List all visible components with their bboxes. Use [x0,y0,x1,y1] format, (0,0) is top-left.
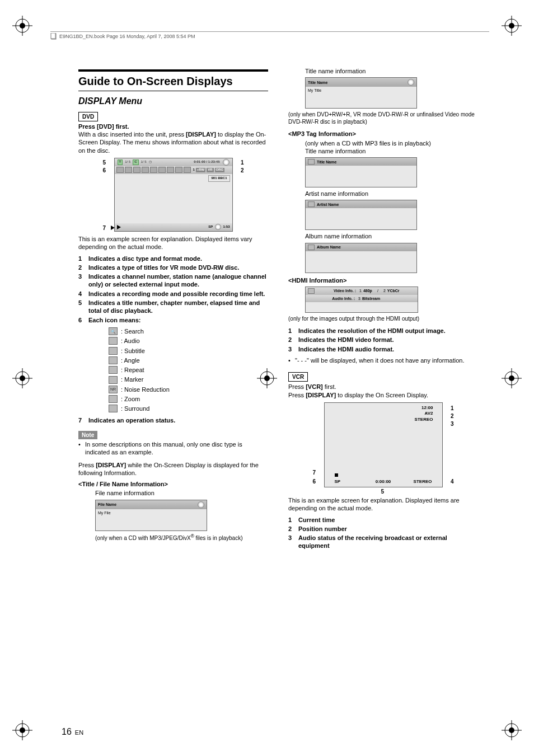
marker-icon [158,167,166,173]
file-name-note: (only when a CD with MP3/JPEG/DivX® file… [95,533,268,542]
audio-icon [125,167,132,173]
noise-reduction-icon [167,167,174,173]
registration-mark-icon [12,720,32,740]
note-tag: Note [78,431,97,439]
hdmi-note: (only for the images output through the … [288,315,478,322]
file-name-box: File Name My File [95,500,207,531]
mp3-note: (only when a CD with MP3 files is in pla… [305,139,478,147]
left-column: Guide to On-Screen Displays DISPLAY Menu… [78,67,268,722]
hdmi-bullet: •"- - -" will be displayed, when it does… [288,356,478,364]
zoom-icon [109,395,118,403]
callout-6: 6 [313,478,316,485]
search-icon [116,167,124,173]
stop-icon [335,473,338,477]
dvd-tag: DVD [78,112,98,121]
tag-icon [308,159,315,165]
vcr-press-first: Press [VCR] first. [288,383,478,391]
title-name-info-label: Title name information [305,67,478,75]
callout-1: 1 [241,159,244,166]
registration-mark-icon [502,16,522,36]
disc-icon [407,79,414,86]
registration-mark-icon [502,720,522,740]
vcr-press-display: Press [DISPLAY] to display the On Screen… [288,391,478,399]
repeat-icon [109,366,118,374]
callout-4: 4 [451,478,454,485]
vcr-tag: VCR [288,372,308,382]
section-heading: DISPLAY Menu [78,96,268,107]
page-title: Guide to On-Screen Displays [78,74,268,88]
person-icon [308,201,315,207]
callout-7: 7 [103,224,106,232]
subtitle-icon [109,347,118,355]
callout-6: 6 [103,167,106,174]
hdmi-list: 1Indicates the resolution of the HDMI ou… [288,327,478,353]
mp3-tag-header: <MP3 Tag Information> [288,130,478,138]
dvd-osd-figure: 5 6 7 1 2 3 4 T 1/ 5 C 1/ 5 ◷ 0:01:00 / … [106,158,241,232]
title-name-box: Title Name My Title [305,77,417,109]
album-name-box: Album Name [305,243,417,273]
callout-3: 3 [451,420,454,428]
marker-icon [109,376,118,384]
artist-name-box: Artist Name [305,200,417,230]
callout-1: 1 [451,405,454,412]
disc-icon [215,224,221,230]
running-header: E9NG1BD_EN.book Page 16 Monday, April 7,… [50,31,489,41]
mp3-title-label: Title name information [305,147,478,155]
note-body: •In some descriptions on this manual, on… [78,440,268,457]
noise-reduction-icon: NR [109,386,118,393]
title-name-note: (only when DVD+RW/+R, VR mode DVD-RW/-R … [288,111,478,125]
callout-2: 2 [241,167,244,174]
dvd-numbered-list: 1Indicates a disc type and format mode. … [78,255,268,324]
svg-rect-29 [51,33,55,39]
album-name-label: Album name information [305,232,478,240]
audio-icon [109,337,118,345]
vcr-example-note: This is an example screen for explanatio… [288,496,478,513]
hdmi-box: Video Info. : 1 480p / 2 YCbCr Audio Inf… [305,287,418,313]
file-name-info-label: File name information [95,489,268,497]
channel-label: 901 BBC1 [208,175,229,182]
right-column: Title name information Title Name My Tit… [288,67,478,722]
page: E9NG1BD_EN.book Page 16 Monday, April 7,… [0,0,534,756]
hdmi-info-header: <HDMI Information> [288,276,478,284]
dvd-example-note: This is an example screen for explanatio… [78,235,268,251]
vcr-osd-figure: 1 2 3 4 5 6 7 12:00 AV2 STEREO SP [316,402,451,487]
chapter-icon: C [133,159,138,165]
album-icon [308,245,315,250]
registration-mark-icon [502,368,522,388]
title-icon: T [118,159,123,165]
page-number: 16EN [62,727,83,737]
play-icon [117,225,121,229]
surround-icon [109,405,118,412]
zoom-icon [175,167,182,173]
header-text: E9NG1BD_EN.book Page 16 Monday, April 7,… [59,34,195,39]
press-dvd-first: Press [DVD] first. [78,123,268,130]
clock-icon: ◷ [149,160,152,165]
play-icon [111,226,115,230]
title-file-name-header: <Title / File Name Information> [78,480,268,488]
dvd-osd: T 1/ 5 C 1/ 5 ◷ 0:01:00 / 1:23:45 [114,158,233,232]
callout-7: 7 [313,469,316,476]
surround-icon [184,167,191,173]
disc-icon [198,501,204,508]
icon-meaning-list: 🔍: Search : Audio : Subtitle : Angle : R… [109,327,268,413]
press-display-again: Press [DISPLAY] while the On-Screen Disp… [78,461,268,477]
callout-5: 5 [381,488,385,495]
registration-mark-icon [12,368,32,388]
callout-5: 5 [103,159,106,166]
disc-icon [223,159,229,166]
vcr-list: 1Current time 2Position number 3Audio st… [288,516,478,550]
subtitle-icon [133,167,140,173]
callout-2: 2 [451,412,454,420]
angle-icon [109,356,118,364]
hdmi-icon [308,288,315,294]
mp3-title-box: Title Name [305,157,417,187]
registration-mark-icon [12,16,32,36]
angle-icon [142,167,149,173]
dvd-intro: With a disc inserted into the unit, pres… [78,130,268,154]
repeat-icon [150,167,157,173]
artist-name-label: Artist name information [305,190,478,198]
vcr-osd: 12:00 AV2 STEREO SP 0:00:00 STEREO [324,402,443,487]
search-icon: 🔍 [109,327,118,335]
